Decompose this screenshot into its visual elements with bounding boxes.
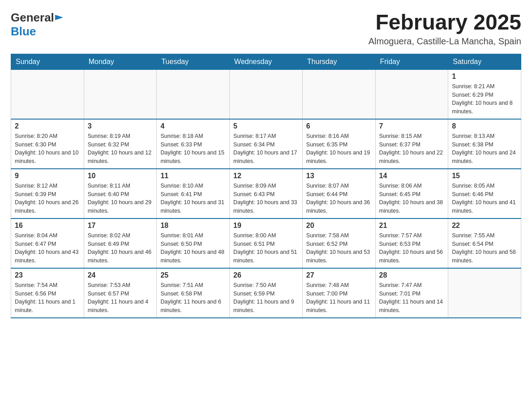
day-info: Sunrise: 8:05 AMSunset: 6:46 PMDaylight:… — [452, 182, 517, 215]
calendar-day-cell: 17Sunrise: 8:02 AMSunset: 6:49 PMDayligh… — [84, 218, 157, 268]
day-info: Sunrise: 8:18 AMSunset: 6:33 PMDaylight:… — [160, 132, 226, 166]
calendar-week-row: 9Sunrise: 8:12 AMSunset: 6:39 PMDaylight… — [11, 169, 521, 218]
calendar-day-cell: 24Sunrise: 7:53 AMSunset: 6:57 PMDayligh… — [84, 268, 157, 318]
calendar-day-cell: 8Sunrise: 8:13 AMSunset: 6:38 PMDaylight… — [448, 119, 521, 169]
day-info: Sunrise: 8:06 AMSunset: 6:45 PMDaylight:… — [379, 182, 445, 215]
calendar-day-cell: 23Sunrise: 7:54 AMSunset: 6:56 PMDayligh… — [11, 268, 84, 318]
calendar-day-cell: 15Sunrise: 8:05 AMSunset: 6:46 PMDayligh… — [448, 169, 521, 218]
day-info: Sunrise: 8:00 AMSunset: 6:51 PMDaylight:… — [233, 231, 299, 265]
calendar-week-row: 16Sunrise: 8:04 AMSunset: 6:47 PMDayligh… — [11, 218, 521, 268]
day-number: 27 — [306, 271, 372, 279]
calendar-day-cell: 14Sunrise: 8:06 AMSunset: 6:45 PMDayligh… — [375, 169, 448, 218]
day-info: Sunrise: 8:01 AMSunset: 6:50 PMDaylight:… — [160, 231, 226, 265]
calendar-header: SundayMondayTuesdayWednesdayThursdayFrid… — [11, 54, 521, 69]
calendar-day-cell: 19Sunrise: 8:00 AMSunset: 6:51 PMDayligh… — [230, 218, 303, 268]
calendar-day-cell — [302, 69, 375, 119]
day-info: Sunrise: 8:10 AMSunset: 6:41 PMDaylight:… — [160, 182, 226, 215]
calendar-day-cell: 3Sunrise: 8:19 AMSunset: 6:32 PMDaylight… — [84, 119, 157, 169]
day-number: 10 — [88, 172, 153, 180]
day-info: Sunrise: 8:13 AMSunset: 6:38 PMDaylight:… — [452, 132, 517, 166]
calendar-day-cell: 4Sunrise: 8:18 AMSunset: 6:33 PMDaylight… — [157, 119, 230, 169]
calendar-day-cell: 2Sunrise: 8:20 AMSunset: 6:30 PMDaylight… — [11, 119, 84, 169]
calendar-day-cell: 20Sunrise: 7:58 AMSunset: 6:52 PMDayligh… — [302, 218, 375, 268]
day-number: 21 — [379, 222, 445, 230]
day-info: Sunrise: 8:09 AMSunset: 6:43 PMDaylight:… — [233, 182, 299, 215]
day-info: Sunrise: 8:21 AMSunset: 6:29 PMDaylight:… — [452, 82, 517, 116]
day-info: Sunrise: 7:55 AMSunset: 6:54 PMDaylight:… — [452, 231, 517, 265]
calendar-header-cell: Tuesday — [157, 54, 230, 69]
day-number: 6 — [306, 122, 372, 130]
day-number: 20 — [306, 222, 372, 230]
calendar-day-cell: 9Sunrise: 8:12 AMSunset: 6:39 PMDaylight… — [11, 169, 84, 218]
day-number: 9 — [15, 172, 80, 180]
calendar-day-cell: 11Sunrise: 8:10 AMSunset: 6:41 PMDayligh… — [157, 169, 230, 218]
calendar-day-cell: 10Sunrise: 8:11 AMSunset: 6:40 PMDayligh… — [84, 169, 157, 218]
calendar-day-cell: 16Sunrise: 8:04 AMSunset: 6:47 PMDayligh… — [11, 218, 84, 268]
logo-flag-icon — [54, 14, 64, 22]
day-info: Sunrise: 8:19 AMSunset: 6:32 PMDaylight:… — [88, 132, 153, 166]
logo-blue-text: Blue — [11, 25, 36, 38]
day-info: Sunrise: 7:57 AMSunset: 6:53 PMDaylight:… — [379, 231, 445, 265]
calendar-day-cell — [157, 69, 230, 119]
logo-general-text: General — [11, 11, 54, 25]
logo: General Blue — [11, 11, 64, 39]
title-area: February 2025 Almoguera, Castille-La Man… — [369, 11, 521, 47]
day-info: Sunrise: 8:02 AMSunset: 6:49 PMDaylight:… — [88, 231, 153, 265]
day-number: 14 — [379, 172, 445, 180]
calendar-day-cell: 5Sunrise: 8:17 AMSunset: 6:34 PMDaylight… — [230, 119, 303, 169]
day-number: 24 — [88, 271, 153, 279]
day-number: 1 — [452, 73, 517, 81]
calendar-header-cell: Monday — [84, 54, 157, 69]
calendar-day-cell: 1Sunrise: 8:21 AMSunset: 6:29 PMDaylight… — [448, 69, 521, 119]
calendar-day-cell: 21Sunrise: 7:57 AMSunset: 6:53 PMDayligh… — [375, 218, 448, 268]
calendar-header-cell: Saturday — [448, 54, 521, 69]
day-number: 18 — [160, 222, 226, 230]
calendar-day-cell: 6Sunrise: 8:16 AMSunset: 6:35 PMDaylight… — [302, 119, 375, 169]
calendar-day-cell: 25Sunrise: 7:51 AMSunset: 6:58 PMDayligh… — [157, 268, 230, 318]
calendar-day-cell — [448, 268, 521, 318]
day-info: Sunrise: 8:12 AMSunset: 6:39 PMDaylight:… — [15, 182, 80, 215]
day-number: 23 — [15, 271, 80, 279]
calendar-header-cell: Sunday — [11, 54, 84, 69]
day-number: 28 — [379, 271, 445, 279]
day-number: 17 — [88, 222, 153, 230]
day-number: 8 — [452, 122, 517, 130]
day-number: 13 — [306, 172, 372, 180]
day-info: Sunrise: 7:47 AMSunset: 7:01 PMDaylight:… — [379, 281, 445, 315]
day-info: Sunrise: 7:48 AMSunset: 7:00 PMDaylight:… — [306, 281, 372, 315]
page-header: General Blue February 2025 Almoguera, Ca… — [11, 11, 521, 47]
calendar-day-cell: 7Sunrise: 8:15 AMSunset: 6:37 PMDaylight… — [375, 119, 448, 169]
calendar-body: 1Sunrise: 8:21 AMSunset: 6:29 PMDaylight… — [11, 69, 521, 318]
day-info: Sunrise: 8:16 AMSunset: 6:35 PMDaylight:… — [306, 132, 372, 166]
day-number: 2 — [15, 122, 80, 130]
calendar-title: February 2025 — [369, 11, 521, 34]
calendar-header-cell: Friday — [375, 54, 448, 69]
calendar-header-row: SundayMondayTuesdayWednesdayThursdayFrid… — [11, 54, 521, 69]
day-info: Sunrise: 8:04 AMSunset: 6:47 PMDaylight:… — [15, 231, 80, 265]
day-info: Sunrise: 8:17 AMSunset: 6:34 PMDaylight:… — [233, 132, 299, 166]
day-number: 15 — [452, 172, 517, 180]
day-number: 12 — [233, 172, 299, 180]
day-number: 5 — [233, 122, 299, 130]
day-number: 26 — [233, 271, 299, 279]
day-info: Sunrise: 7:58 AMSunset: 6:52 PMDaylight:… — [306, 231, 372, 265]
day-info: Sunrise: 8:07 AMSunset: 6:44 PMDaylight:… — [306, 182, 372, 215]
day-number: 7 — [379, 122, 445, 130]
svg-marker-0 — [55, 15, 63, 20]
calendar-day-cell — [11, 69, 84, 119]
calendar-week-row: 23Sunrise: 7:54 AMSunset: 6:56 PMDayligh… — [11, 268, 521, 318]
calendar-day-cell: 18Sunrise: 8:01 AMSunset: 6:50 PMDayligh… — [157, 218, 230, 268]
day-info: Sunrise: 8:11 AMSunset: 6:40 PMDaylight:… — [88, 182, 153, 215]
day-info: Sunrise: 8:20 AMSunset: 6:30 PMDaylight:… — [15, 132, 80, 166]
calendar-day-cell: 12Sunrise: 8:09 AMSunset: 6:43 PMDayligh… — [230, 169, 303, 218]
calendar-day-cell: 27Sunrise: 7:48 AMSunset: 7:00 PMDayligh… — [302, 268, 375, 318]
day-number: 22 — [452, 222, 517, 230]
calendar-subtitle: Almoguera, Castille-La Mancha, Spain — [369, 36, 521, 47]
calendar-day-cell — [230, 69, 303, 119]
day-info: Sunrise: 7:53 AMSunset: 6:57 PMDaylight:… — [88, 281, 153, 315]
day-info: Sunrise: 7:50 AMSunset: 6:59 PMDaylight:… — [233, 281, 299, 315]
day-number: 25 — [160, 271, 226, 279]
calendar-day-cell — [375, 69, 448, 119]
day-info: Sunrise: 7:51 AMSunset: 6:58 PMDaylight:… — [160, 281, 226, 315]
calendar-table: SundayMondayTuesdayWednesdayThursdayFrid… — [11, 54, 521, 318]
